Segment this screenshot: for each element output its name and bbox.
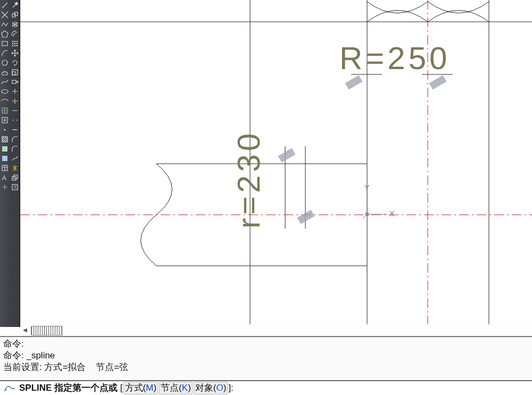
- break-at-point-icon[interactable]: [11, 106, 19, 115]
- svg-rect-24: [12, 70, 18, 75]
- copy-icon[interactable]: [11, 11, 19, 19]
- cmd-hist-line: 当前设置: 方式=拟合 节点=弦: [3, 362, 530, 373]
- offset-icon[interactable]: [11, 30, 19, 38]
- polygon-icon[interactable]: [1, 30, 9, 38]
- blend-icon[interactable]: [11, 154, 19, 163]
- array-icon[interactable]: [11, 39, 19, 48]
- rectangle-icon[interactable]: [1, 39, 9, 48]
- left-toolbar: A: [0, 0, 20, 327]
- svg-rect-30: [12, 184, 18, 190]
- svg-rect-25: [12, 80, 16, 83]
- cli-option-object[interactable]: 对象(O): [194, 382, 228, 394]
- draworder-icon[interactable]: [11, 173, 19, 182]
- dim-R-label: R=250: [339, 40, 450, 76]
- explode-icon[interactable]: [11, 164, 19, 172]
- svg-point-2: [2, 90, 8, 94]
- cli-option-method[interactable]: 方式(M): [123, 382, 159, 394]
- svg-rect-27: [14, 129, 15, 130]
- scale-icon[interactable]: [11, 68, 19, 77]
- command-history-panel: 命令: 命令: _spline 当前设置: 方式=拟合 节点=弦 SPLINE …: [0, 336, 532, 395]
- svg-rect-26: [14, 110, 15, 111]
- svg-rect-23: [12, 72, 15, 75]
- erase-icon[interactable]: [11, 1, 19, 10]
- construction-line-icon[interactable]: [1, 11, 9, 19]
- arc-icon[interactable]: [1, 49, 9, 57]
- svg-point-20: [12, 45, 13, 47]
- gradient-icon[interactable]: [1, 145, 9, 153]
- line-tool-icon[interactable]: [1, 1, 9, 10]
- fillet-icon[interactable]: [11, 145, 19, 153]
- extend-icon[interactable]: [11, 97, 19, 105]
- svg-text:X: X: [389, 209, 395, 218]
- drawing-canvas[interactable]: R=250 r=230 X Y: [20, 0, 532, 324]
- make-block-icon[interactable]: [1, 116, 9, 124]
- layout-tab-strip[interactable]: [31, 326, 63, 335]
- svg-point-19: [16, 43, 18, 45]
- svg-point-16: [16, 41, 18, 43]
- svg-text:A: A: [2, 174, 6, 181]
- svg-point-22: [16, 45, 18, 47]
- mtext-icon[interactable]: A: [1, 173, 9, 182]
- move-icon[interactable]: [11, 49, 19, 57]
- svg-point-17: [12, 43, 13, 45]
- cli-cmd-text: SPLINE 指定第一个点或: [19, 382, 120, 394]
- svg-rect-8: [2, 156, 7, 161]
- cmd-hist-line: 命令: _spline: [3, 350, 530, 362]
- region-icon[interactable]: [1, 154, 9, 163]
- cli-option-knots[interactable]: 节点(K): [159, 382, 193, 394]
- svg-rect-7: [2, 146, 7, 152]
- svg-rect-46: [429, 75, 447, 89]
- revision-cloud-icon[interactable]: [1, 68, 9, 77]
- svg-rect-41: [278, 148, 296, 162]
- join-icon[interactable]: [11, 125, 19, 134]
- svg-point-14: [12, 41, 13, 43]
- mirror-icon[interactable]: [11, 20, 19, 29]
- cmd-hist-line: 命令:: [3, 338, 530, 350]
- point-icon[interactable]: [1, 125, 9, 134]
- stretch-icon[interactable]: [11, 78, 19, 86]
- command-line-input[interactable]: SPLINE 指定第一个点或 [方式(M) 节点(K) 对象(O)]:: [0, 380, 532, 395]
- chamfer-icon[interactable]: [11, 135, 19, 144]
- hatch-icon[interactable]: [1, 135, 9, 144]
- break-icon[interactable]: [11, 116, 19, 124]
- ellipse-icon[interactable]: [1, 87, 9, 96]
- properties-icon[interactable]: [11, 183, 19, 191]
- dim-r-label: r=230: [231, 130, 267, 229]
- svg-text:Y: Y: [364, 183, 370, 192]
- model-tab-nav-icon[interactable]: ◄: [20, 326, 30, 335]
- svg-point-5: [4, 129, 6, 131]
- table-icon[interactable]: [1, 164, 9, 172]
- svg-rect-45: [345, 75, 363, 89]
- svg-rect-42: [297, 209, 315, 224]
- svg-point-21: [14, 45, 15, 47]
- svg-rect-0: [2, 41, 7, 46]
- polyline-icon[interactable]: [1, 20, 9, 29]
- svg-rect-6: [2, 137, 7, 142]
- insert-block-icon[interactable]: [1, 106, 9, 115]
- ucs-icon: X Y: [363, 183, 395, 218]
- svg-point-18: [14, 43, 15, 45]
- svg-rect-52: [365, 213, 369, 216]
- rotate-icon[interactable]: [11, 58, 19, 67]
- command-line-icon: [2, 383, 17, 393]
- circle-icon[interactable]: [1, 58, 9, 67]
- add-selected-icon[interactable]: [1, 183, 9, 191]
- spline-icon[interactable]: [1, 78, 9, 86]
- trim-icon[interactable]: [11, 87, 19, 96]
- svg-point-1: [2, 60, 7, 65]
- svg-point-15: [14, 41, 15, 43]
- ellipse-arc-icon[interactable]: [1, 97, 9, 105]
